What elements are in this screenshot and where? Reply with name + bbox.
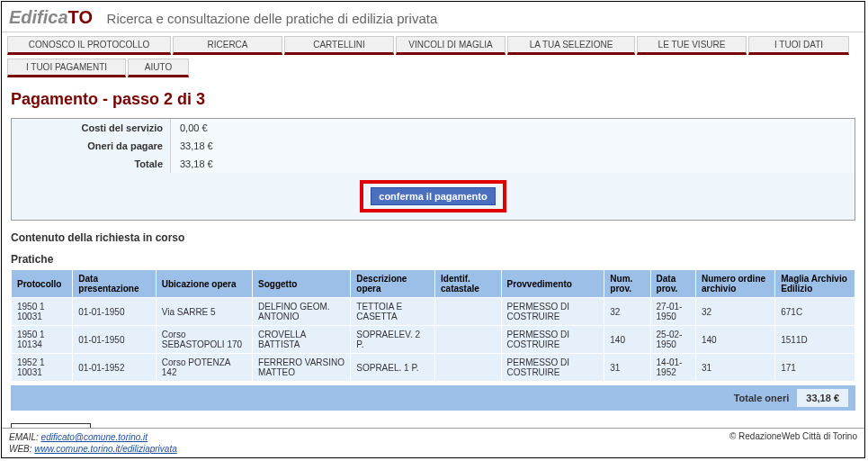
cost-value-totale: 33,18 € <box>171 155 855 173</box>
table-cell: DELFINO GEOM. ANTONIO <box>253 298 351 326</box>
table-cell: 1950 1 10031 <box>12 298 73 326</box>
table-cell: 14-01-1952 <box>650 354 695 382</box>
menu-selezione[interactable]: LA TUA SELEZIONE <box>507 36 635 55</box>
cost-value-servizio: 0,00 € <box>171 119 855 137</box>
menu-pagamenti[interactable]: I TUOI PAGAMENTI <box>7 59 126 77</box>
footer-web-label: WEB: <box>9 444 32 454</box>
table-cell: PERMESSO DI COSTRUIRE <box>501 326 604 354</box>
total-row: Totale oneri 33,18 € <box>11 385 855 411</box>
content-heading: Contenuto della richiesta in corso <box>11 231 855 244</box>
logo-grey: Edifica <box>9 7 68 27</box>
table-header-row: Protocollo Data presentazione Ubicazione… <box>12 270 855 298</box>
table-cell: 01-01-1950 <box>73 298 156 326</box>
table-cell: 01-01-1950 <box>73 326 156 354</box>
total-label: Totale oneri <box>734 393 790 403</box>
cost-box: Costi del servizio 0,00 € Oneri da pagar… <box>11 118 855 221</box>
table-cell: 1950 1 10134 <box>12 326 73 354</box>
table-cell: 671C <box>775 298 855 326</box>
th-soggetto: Soggetto <box>253 270 351 298</box>
table-cell: 140 <box>695 326 774 354</box>
table-cell: TETTOIA E CASETTA <box>351 298 435 326</box>
th-numarchivio: Numero ordine archivio <box>695 270 774 298</box>
table-cell: PERMESSO DI COSTRUIRE <box>501 298 604 326</box>
logo-red: TO <box>68 7 93 27</box>
th-descrizione: Descrizione opera <box>351 270 435 298</box>
confirm-payment-button[interactable]: conferma il pagamento <box>371 187 495 205</box>
page-title: Pagamento - passo 2 di 3 <box>11 90 855 109</box>
table-cell: SOPRAEL. 1 P. <box>351 354 435 382</box>
table-cell: 32 <box>604 298 650 326</box>
total-value: 33,18 € <box>797 389 848 407</box>
th-maglia: Maglia Archivio Edilizio <box>775 270 855 298</box>
menu-cartellini[interactable]: CARTELLINI <box>284 36 394 55</box>
th-ubicazione: Ubicazione opera <box>156 270 252 298</box>
table-cell <box>435 354 502 382</box>
table-cell: 140 <box>604 326 650 354</box>
table-cell: Corso POTENZA 142 <box>156 354 252 382</box>
header-subtitle: Ricerca e consultazione delle pratiche d… <box>107 11 438 26</box>
table-cell: FERRERO VARSINO MATTEO <box>253 354 351 382</box>
menu-dati[interactable]: I TUOI DATI <box>748 36 849 55</box>
th-provvedimento: Provvedimento <box>501 270 604 298</box>
cost-value-oneri: 33,18 € <box>171 137 855 155</box>
logo: EdificaTO <box>9 7 98 27</box>
table-cell: PERMESSO DI COSTRUIRE <box>501 354 604 382</box>
table-cell: SOPRAELEV. 2 P. <box>351 326 435 354</box>
footer-email-label: EMAIL: <box>9 432 39 442</box>
table-row: 1950 1 1013401-01-1950Corso SEBASTOPOLI … <box>12 326 855 354</box>
table-cell: 171 <box>775 354 855 382</box>
pratiche-heading: Pratiche <box>11 253 855 266</box>
table-row: 1952 1 1003101-01-1952Corso POTENZA 142F… <box>12 354 855 382</box>
table-cell: 27-01-1950 <box>650 298 695 326</box>
header: EdificaTO Ricerca e consultazione delle … <box>2 2 864 32</box>
menu-vincoli[interactable]: VINCOLI DI MAGLIA <box>396 36 506 55</box>
table-cell: CROVELLA BATTISTA <box>253 326 351 354</box>
menu-aiuto[interactable]: AIUTO <box>128 59 189 77</box>
cost-label-totale: Totale <box>12 155 171 173</box>
menu-visure[interactable]: LE TUE VISURE <box>637 36 747 55</box>
th-protocollo: Protocollo <box>12 270 73 298</box>
pratiche-table: Protocollo Data presentazione Ubicazione… <box>11 269 855 382</box>
table-cell <box>435 298 502 326</box>
table-cell: 32 <box>695 298 774 326</box>
main-menu: CONOSCO IL PROTOCOLLO RICERCA CARTELLINI… <box>2 32 864 79</box>
menu-ricerca[interactable]: RICERCA <box>173 36 282 55</box>
footer-email-link[interactable]: edificato@comune.torino.it <box>41 432 148 442</box>
table-cell: Via SARRE 5 <box>156 298 252 326</box>
footer-web-link[interactable]: www.comune.torino.it/ediliziaprivata <box>34 444 176 454</box>
table-cell: 01-01-1952 <box>73 354 156 382</box>
th-dataprov: Data prov. <box>650 270 695 298</box>
confirm-highlight: conferma il pagamento <box>360 180 506 212</box>
th-data: Data presentazione <box>73 270 156 298</box>
table-cell <box>435 326 502 354</box>
table-cell: 1952 1 10031 <box>12 354 73 382</box>
th-numprov: Num. prov. <box>604 270 650 298</box>
cost-label-oneri: Oneri da pagare <box>12 137 171 155</box>
menu-protocollo[interactable]: CONOSCO IL PROTOCOLLO <box>7 36 171 55</box>
table-cell: 25-02-1950 <box>650 326 695 354</box>
table-cell: 31 <box>695 354 774 382</box>
footer: EMAIL: edificato@comune.torino.it WEB: w… <box>2 428 864 457</box>
table-row: 1950 1 1003101-01-1950Via SARRE 5DELFINO… <box>12 298 855 326</box>
table-cell: 1511D <box>775 326 855 354</box>
cost-label-servizio: Costi del servizio <box>12 119 171 137</box>
th-catastale: Identif. catastale <box>435 270 502 298</box>
footer-credits: © RedazioneWeb Città di Torino <box>729 431 857 455</box>
table-cell: 31 <box>604 354 650 382</box>
table-cell: Corso SEBASTOPOLI 170 <box>156 326 252 354</box>
